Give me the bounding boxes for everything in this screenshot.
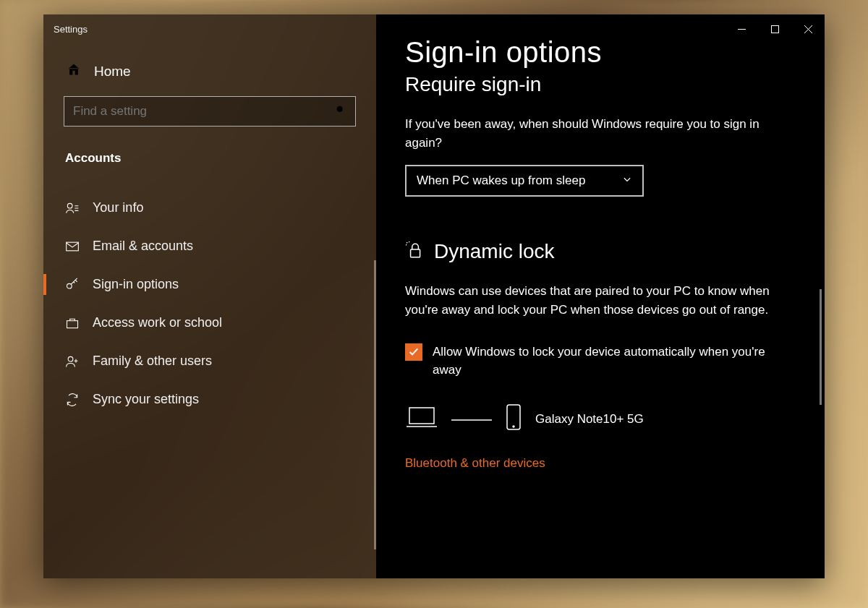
dynamic-lock-checkbox[interactable] <box>405 343 422 361</box>
sidebar-item-label: Your info <box>93 200 143 215</box>
close-button[interactable] <box>791 14 825 43</box>
dynamic-lock-text: Windows can use devices that are paired … <box>405 282 796 319</box>
section-subheading: Require sign-in <box>405 73 796 96</box>
sidebar: Settings Home Accounts Your info <box>43 14 376 578</box>
settings-window: Settings Home Accounts Your info <box>43 14 825 578</box>
svg-rect-2 <box>67 242 79 251</box>
content-pane: Sign-in options Require sign-in If you'v… <box>376 14 825 578</box>
sidebar-item-label: Access work or school <box>93 315 222 330</box>
paired-device-row: Galaxy Note10+ 5G <box>405 403 796 434</box>
chevron-down-icon <box>622 174 632 188</box>
search-field[interactable] <box>73 104 305 119</box>
sidebar-item-label: Sync your settings <box>93 392 199 407</box>
sidebar-item-label: Family & other users <box>93 354 212 369</box>
svg-rect-8 <box>409 408 434 424</box>
sidebar-item-family[interactable]: Family & other users <box>43 342 376 380</box>
search-icon <box>335 104 346 119</box>
sidebar-item-label: Sign-in options <box>93 277 179 292</box>
paired-device-name: Galaxy Note10+ 5G <box>535 412 644 427</box>
home-label: Home <box>94 64 131 80</box>
home-icon <box>67 62 81 80</box>
require-signin-text: If you've been away, when should Windows… <box>405 115 796 152</box>
sidebar-item-your-info[interactable]: Your info <box>43 189 376 227</box>
connection-line-icon <box>451 412 492 427</box>
checkbox-label: Allow Windows to lock your device automa… <box>433 343 796 379</box>
bluetooth-link[interactable]: Bluetooth & other devices <box>405 456 545 471</box>
sidebar-item-signin-options[interactable]: Sign-in options <box>43 265 376 304</box>
dynamic-lock-icon <box>405 241 424 262</box>
sidebar-item-work-school[interactable]: Access work or school <box>43 304 376 342</box>
sidebar-nav: Your info Email & accounts Sign-in optio… <box>43 189 376 419</box>
sidebar-item-label: Email & accounts <box>93 239 193 254</box>
svg-point-0 <box>337 106 343 111</box>
svg-rect-4 <box>67 320 78 327</box>
svg-point-10 <box>513 426 514 427</box>
phone-icon <box>505 403 522 434</box>
laptop-icon <box>405 405 438 433</box>
svg-rect-6 <box>771 25 778 33</box>
require-signin-dropdown[interactable]: When PC wakes up from sleep <box>405 165 644 197</box>
content-scrollbar[interactable] <box>820 289 822 405</box>
dynamic-lock-heading: Dynamic lock <box>434 240 554 263</box>
dropdown-value: When PC wakes up from sleep <box>417 174 585 188</box>
svg-point-1 <box>67 203 72 208</box>
window-title: Settings <box>43 14 376 43</box>
svg-rect-7 <box>411 249 420 257</box>
sidebar-section-title: Accounts <box>43 127 376 173</box>
sidebar-item-sync[interactable]: Sync your settings <box>43 380 376 419</box>
maximize-button[interactable] <box>758 14 791 43</box>
sidebar-item-email[interactable]: Email & accounts <box>43 227 376 265</box>
svg-point-3 <box>67 283 72 288</box>
minimize-button[interactable] <box>725 14 758 43</box>
search-input[interactable] <box>64 96 356 127</box>
home-button[interactable]: Home <box>43 43 376 93</box>
svg-point-5 <box>68 356 73 361</box>
